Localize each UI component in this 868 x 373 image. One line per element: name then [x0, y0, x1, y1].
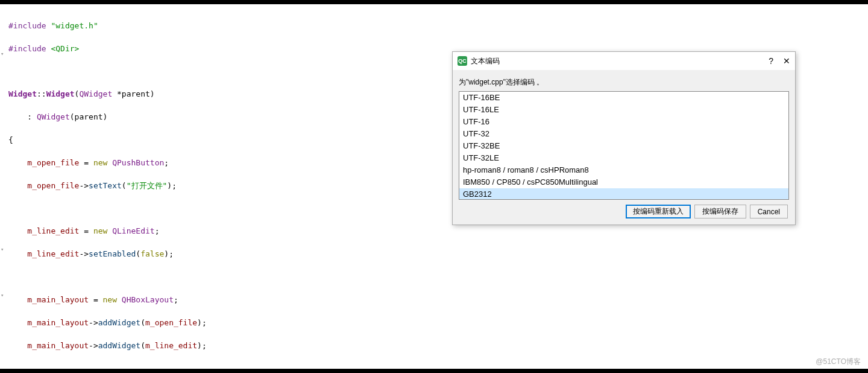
dialog-actions: 按编码重新载入 按编码保存 Cancel — [459, 200, 789, 218]
cancel-button[interactable]: Cancel — [750, 205, 788, 218]
close-icon[interactable]: ✕ — [783, 56, 790, 66]
reload-with-encoding-button[interactable]: 按编码重新载入 — [626, 205, 691, 218]
gutter: ▾ ▾ ▾ — [0, 4, 6, 373]
class-name: Widget — [8, 89, 37, 98]
encoding-option[interactable]: IBM850 / CP850 / csPC850Multilingual — [459, 176, 788, 188]
watermark: @51CTO博客 — [816, 357, 861, 367]
preprocessor: #include — [8, 21, 46, 30]
encoding-option[interactable]: UTF-16LE — [459, 104, 788, 116]
encoding-option[interactable]: GB2312 — [459, 188, 788, 200]
help-button[interactable]: ? — [769, 56, 773, 66]
save-with-encoding-button[interactable]: 按编码保存 — [694, 205, 746, 218]
include-path: "widget.h" — [51, 21, 98, 30]
fold-marker-icon[interactable]: ▾ — [1, 293, 4, 298]
encoding-list[interactable]: UTF-16BEUTF-16LEUTF-16UTF-32UTF-32BEUTF-… — [459, 91, 789, 200]
qt-creator-icon: QC — [458, 56, 467, 66]
dialog-prompt: 为"widget.cpp"选择编码 。 — [459, 77, 789, 88]
encoding-option[interactable]: UTF-16BE — [459, 92, 788, 104]
fold-marker-icon[interactable]: ▾ — [1, 247, 4, 252]
dialog-title: 文本编码 — [471, 56, 769, 66]
ctor-name: Widget — [46, 89, 75, 98]
encoding-option[interactable]: UTF-32BE — [459, 140, 788, 152]
preprocessor: #include — [8, 44, 46, 53]
encoding-option[interactable]: hp-roman8 / roman8 / csHPRoman8 — [459, 164, 788, 176]
encoding-dialog: QC 文本编码 ? ✕ 为"widget.cpp"选择编码 。 UTF-16BE… — [452, 51, 796, 225]
include-path: <QDir> — [51, 44, 79, 53]
encoding-option[interactable]: UTF-32 — [459, 128, 788, 140]
dialog-titlebar[interactable]: QC 文本编码 ? ✕ — [453, 52, 795, 70]
encoding-option[interactable]: UTF-16 — [459, 116, 788, 128]
encoding-option[interactable]: UTF-32LE — [459, 152, 788, 164]
fold-marker-icon[interactable]: ▾ — [1, 51, 4, 57]
